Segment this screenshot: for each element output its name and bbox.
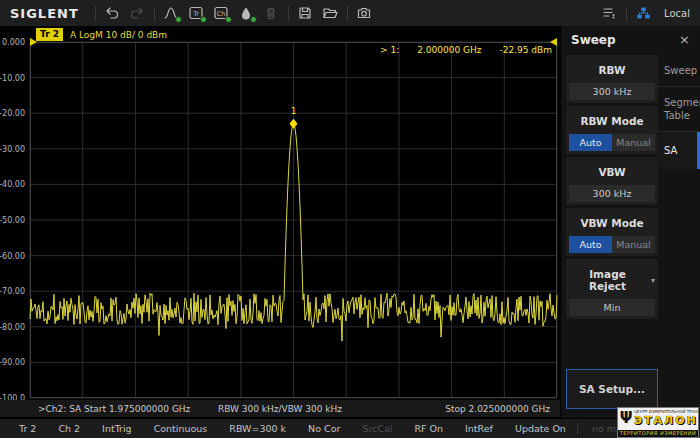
svg-text:Tr: Tr <box>192 10 199 18</box>
sweep-status-strip: >Ch2: SA Start 1.975000000 GHz RBW 300 k… <box>0 400 560 417</box>
y-axis-tick-label: -10.00 <box>0 73 25 82</box>
marker-level: -22.95 dBm <box>499 45 552 55</box>
statusbar-rbw-300-k[interactable]: RBW=300 k <box>218 423 297 434</box>
siglent-logo: SIGLENT <box>0 6 91 21</box>
marker-drop-icon[interactable] <box>234 0 259 26</box>
undo-icon[interactable] <box>100 0 125 26</box>
statusbar-ch-2[interactable]: Ch 2 <box>47 423 91 434</box>
vbw-label: VBW <box>569 160 655 185</box>
y-axis-tick-label: -30.00 <box>0 144 25 153</box>
statusbar-srccal: SrcCal <box>351 423 403 434</box>
svg-text:Ch: Ch <box>216 10 225 18</box>
panel-header: Sweep × <box>561 26 700 53</box>
rbw-mode-toggle: Auto Manual <box>569 134 655 151</box>
vbw-group: VBW 300 kHz <box>566 157 658 205</box>
spectrum-trace-plot: 1 <box>30 42 557 398</box>
statusbar-inttrig[interactable]: IntTrig <box>91 423 143 434</box>
vbw-mode-toggle: Auto Manual <box>569 236 655 253</box>
rbw-value-field[interactable]: 300 kHz <box>569 83 655 100</box>
trash-icon[interactable] <box>259 0 284 26</box>
statusbar-no-cor[interactable]: No Cor <box>297 423 351 434</box>
start-frequency-label[interactable]: >Ch2: SA Start 1.975000000 GHz <box>0 404 190 414</box>
y-axis-labels: 0.000-10.00-20.00-30.00-40.00-50.00-60.0… <box>0 42 28 398</box>
image-reject-label: Image Reject <box>569 268 646 292</box>
statusbar-update-on[interactable]: Update On <box>504 423 577 434</box>
y-axis-tick-label: 0.000 <box>2 38 25 47</box>
lan-network-icon[interactable] <box>631 0 656 26</box>
green-badge-icon <box>200 16 207 23</box>
image-reject-group: Image Reject ▾ Min <box>566 259 658 319</box>
spectrum-display: Tr 2 A LogM 10 dB/ 0 dBm 0.000-10.00-20.… <box>0 26 560 418</box>
vbw-mode-auto-button[interactable]: Auto <box>569 236 612 253</box>
panel-tab-sa[interactable]: SA <box>657 132 700 169</box>
green-badge-icon <box>250 16 257 23</box>
active-trace-badge[interactable]: Tr 2 <box>36 28 63 41</box>
trace-info: Tr 2 A LogM 10 dB/ 0 dBm <box>36 28 167 41</box>
etalon-trident-icon: Ψ <box>618 408 634 430</box>
main-area: Tr 2 A LogM 10 dB/ 0 dBm 0.000-10.00-20.… <box>0 26 700 418</box>
instrument-screen: SIGLENT Tr Ch <box>0 0 700 438</box>
green-badge-icon <box>175 16 182 23</box>
green-badge-icon <box>225 16 232 23</box>
toolbar-separator <box>347 6 348 21</box>
task-queue-icon[interactable] <box>597 0 622 26</box>
statusbar-intref[interactable]: IntRef <box>454 423 504 434</box>
open-folder-icon[interactable] <box>318 0 343 26</box>
waveform-recall-icon[interactable] <box>159 0 184 26</box>
toolbar-separator <box>95 6 96 21</box>
rbw-group: RBW 300 kHz <box>566 55 658 103</box>
channel-recall-icon[interactable]: Ch <box>209 0 234 26</box>
rbw-mode-manual-button[interactable]: Manual <box>612 134 655 151</box>
save-icon[interactable] <box>293 0 318 26</box>
image-reject-value[interactable]: Min <box>569 299 655 316</box>
rbw-mode-label: RBW Mode <box>569 109 655 134</box>
trace-recall-icon[interactable]: Tr <box>184 0 209 26</box>
watermark-bottom-text: ТЕРРИТОРИЯ ИЗМЕРЕНИЙ <box>618 430 698 437</box>
rbw-mode-auto-button[interactable]: Auto <box>569 134 612 151</box>
y-axis-tick-label: -80.00 <box>0 322 25 331</box>
sa-setup-button[interactable]: SA Setup... <box>566 369 658 409</box>
bottom-status-bar: Tr 2Ch 2IntTrigContinuousRBW=300 kNo Cor… <box>0 418 700 438</box>
marker-1-number: 1 <box>291 106 297 116</box>
statusbar-tr-2[interactable]: Tr 2 <box>8 423 47 434</box>
rbw-label: RBW <box>569 58 655 83</box>
panel-tab-column: SweepSegment TableSA <box>657 55 700 169</box>
y-axis-tick-label: -60.00 <box>0 251 25 260</box>
panel-tab-segment-table[interactable]: Segment Table <box>657 87 700 132</box>
watermark-brand-text: ЭТАЛОН <box>634 414 698 427</box>
rbw-vbw-label[interactable]: RBW 300 kHz/VBW 300 kHz <box>218 404 342 414</box>
watermark-top: Ψ ЦЕНТР ИЗМЕРИТЕЛЬНОЙ ТЕХНИКИ ЭТАЛОН <box>618 408 698 430</box>
y-axis-tick-label: -40.00 <box>0 180 25 189</box>
marker-number: > 1: <box>380 45 399 55</box>
vbw-mode-label: VBW Mode <box>569 211 655 236</box>
screenshot-camera-icon[interactable] <box>352 0 377 26</box>
vbw-value-field[interactable]: 300 kHz <box>569 185 655 202</box>
y-axis-tick-label: -20.00 <box>0 109 25 118</box>
close-icon[interactable]: × <box>679 32 690 47</box>
vbw-mode-group: VBW Mode Auto Manual <box>566 208 658 256</box>
session-mode-label[interactable]: Local <box>664 8 690 19</box>
y-axis-tick-label: -50.00 <box>0 216 25 225</box>
trace-scale-label[interactable]: A LogM 10 dB/ 0 dBm <box>70 30 167 40</box>
graticule: 1 > 1: 2.000000 GHz -22.95 dBm <box>30 42 557 398</box>
etalon-watermark-logo: Ψ ЦЕНТР ИЗМЕРИТЕЛЬНОЙ ТЕХНИКИ ЭТАЛОН ТЕР… <box>617 407 699 438</box>
sweep-settings-panel: Sweep × RBW 300 kHz RBW Mode Auto Manual… <box>560 26 700 418</box>
image-reject-dropdown[interactable]: Image Reject ▾ <box>569 262 655 299</box>
marker-1-diamond <box>290 119 298 129</box>
statusbar-rf-on[interactable]: RF On <box>403 423 454 434</box>
y-axis-tick-label: -70.00 <box>0 287 25 296</box>
panel-title: Sweep <box>571 33 616 47</box>
stop-frequency-label[interactable]: Stop 2.025000000 GHz <box>445 404 560 414</box>
panel-tab-sweep[interactable]: Sweep <box>657 55 700 87</box>
marker-frequency: 2.000000 GHz <box>417 45 481 55</box>
panel-controls: RBW 300 kHz RBW Mode Auto Manual VBW 300… <box>566 55 658 322</box>
toolbar-separator <box>626 6 627 21</box>
statusbar-continuous[interactable]: Continuous <box>143 423 219 434</box>
rbw-mode-group: RBW Mode Auto Manual <box>566 106 658 154</box>
toolbar-separator <box>154 6 155 21</box>
top-toolbar: SIGLENT Tr Ch <box>0 0 700 26</box>
y-axis-tick-label: -90.00 <box>0 358 25 367</box>
vbw-mode-manual-button[interactable]: Manual <box>612 236 655 253</box>
marker-readout: > 1: 2.000000 GHz -22.95 dBm <box>380 45 552 55</box>
redo-icon[interactable] <box>125 0 150 26</box>
